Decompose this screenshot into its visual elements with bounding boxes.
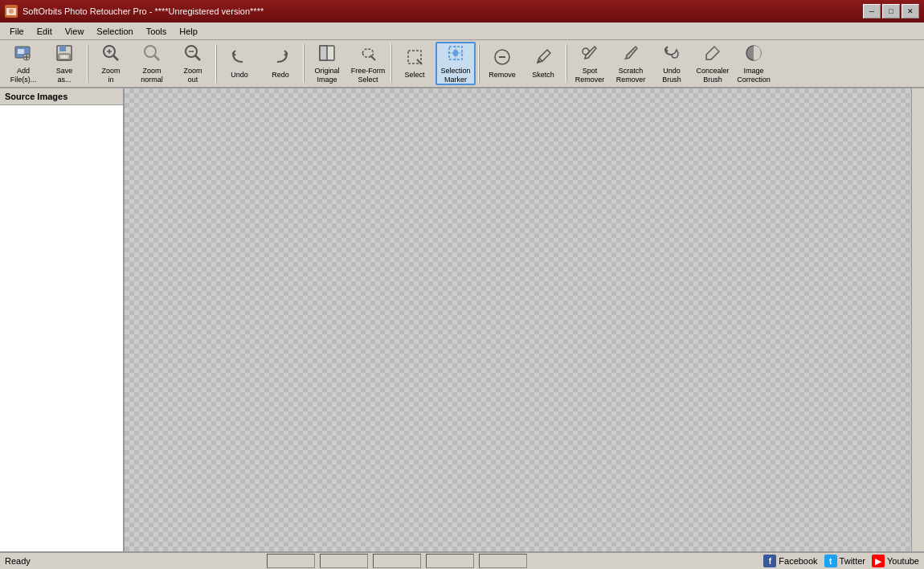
svg-rect-22 <box>320 46 327 60</box>
svg-point-2 <box>9 9 14 14</box>
menu-item-selection[interactable]: Selection <box>90 25 139 38</box>
remove-label: Remove <box>489 71 516 80</box>
tool-btn-scratch-remover[interactable]: Scratch Remover <box>611 42 651 85</box>
zoom-in-icon <box>101 43 121 65</box>
facebook-icon: f <box>763 555 776 567</box>
selection-marker-label: Selection Marker <box>440 67 470 84</box>
scratch-remover-label: Scratch Remover <box>616 67 646 84</box>
canvas-checkerboard <box>125 88 911 551</box>
menu-bar: FileEditViewSelectionToolsHelp <box>0 23 924 40</box>
toolbar-separator-11 <box>478 44 480 83</box>
free-form-select-icon <box>358 43 378 65</box>
status-text: Ready <box>5 556 31 566</box>
menu-item-edit[interactable]: Edit <box>31 25 59 38</box>
svg-line-17 <box>154 55 159 60</box>
status-segment-5 <box>479 554 527 568</box>
canvas-area[interactable] <box>125 88 911 551</box>
maximize-button[interactable]: □ <box>882 4 900 18</box>
zoom-out-icon <box>183 43 202 65</box>
toolbar-separator-7 <box>303 44 305 83</box>
image-correction-label: Image Correction <box>737 67 771 84</box>
save-as-label: Save as... <box>56 67 73 84</box>
concealer-brush-label: Concealer Brush <box>696 67 729 84</box>
redo-icon <box>271 47 290 69</box>
sketch-icon <box>534 47 553 69</box>
tool-btn-save-as[interactable]: Save as... <box>44 42 84 85</box>
select-icon <box>405 47 424 69</box>
toolbar-separator-2 <box>87 44 88 83</box>
original-image-label: Original Image <box>314 67 339 84</box>
image-correction-icon <box>744 43 763 65</box>
scratch-remover-icon <box>621 43 640 65</box>
menu-item-view[interactable]: View <box>59 25 91 38</box>
status-segment-1 <box>267 554 315 568</box>
menu-item-tools[interactable]: Tools <box>140 25 174 38</box>
tool-btn-spot-remover[interactable]: Spot Remover <box>570 42 610 85</box>
toolbar-separator-13 <box>566 44 567 83</box>
tool-btn-select[interactable]: Select <box>395 42 435 85</box>
sidebar: Source Images <box>0 88 125 551</box>
select-label: Select <box>404 71 424 80</box>
twitter-icon: t <box>824 555 837 567</box>
svg-rect-9 <box>59 46 66 51</box>
svg-rect-11 <box>61 55 67 59</box>
tool-btn-zoom-normal[interactable]: Zoom normal <box>132 42 172 85</box>
tool-btn-zoom-out[interactable]: Zoom out <box>173 42 213 85</box>
youtube-label: Youtube <box>887 556 919 566</box>
concealer-brush-icon <box>703 43 722 65</box>
app-icon <box>5 5 18 18</box>
sidebar-header: Source Images <box>0 88 123 105</box>
youtube-icon: ▶ <box>872 555 885 567</box>
tool-btn-zoom-in[interactable]: Zoom in <box>91 42 131 85</box>
undo-icon <box>230 47 249 69</box>
spot-remover-icon <box>580 43 599 65</box>
status-segment-4 <box>426 554 474 568</box>
window-controls: ─ □ ✕ <box>863 4 919 18</box>
selection-marker-icon <box>446 43 465 65</box>
zoom-out-label: Zoom out <box>183 67 202 84</box>
add-files-label: Add File(s)... <box>10 67 37 84</box>
tool-btn-sketch[interactable]: Sketch <box>523 42 563 85</box>
zoom-in-label: Zoom in <box>101 67 120 84</box>
menu-item-file[interactable]: File <box>3 25 31 38</box>
tool-btn-add-files[interactable]: Add File(s)... <box>3 42 43 85</box>
sketch-label: Sketch <box>532 71 554 80</box>
facebook-link[interactable]: f Facebook <box>763 555 817 567</box>
tool-btn-undo-brush[interactable]: Undo Brush <box>652 42 692 85</box>
zoom-normal-icon <box>142 43 161 65</box>
tool-btn-original-image[interactable]: Original Image <box>307 42 347 85</box>
right-scrollbar[interactable] <box>911 88 924 551</box>
undo-brush-icon <box>662 43 681 65</box>
add-files-icon <box>14 43 33 65</box>
status-bar: Ready f Facebook t Twitter ▶ Youtube <box>0 551 924 569</box>
status-right: f Facebook t Twitter ▶ Youtube <box>763 555 919 567</box>
tool-btn-redo[interactable]: Redo <box>260 42 301 85</box>
svg-line-19 <box>195 55 200 60</box>
tool-btn-selection-marker[interactable]: Selection Marker <box>435 42 476 85</box>
undo-label: Undo <box>231 71 248 80</box>
close-button[interactable]: ✕ <box>902 4 919 18</box>
tool-btn-concealer-brush[interactable]: Concealer Brush <box>693 42 733 85</box>
status-segment-2 <box>320 554 368 568</box>
toolbar-separator-9 <box>390 44 392 83</box>
toolbar: Add File(s)...Save as...Zoom inZoom norm… <box>0 40 924 88</box>
toolbar-separator-5 <box>215 44 217 83</box>
spot-remover-label: Spot Remover <box>575 67 605 84</box>
tool-btn-free-form-select[interactable]: Free-Form Select <box>348 42 388 85</box>
undo-brush-label: Undo Brush <box>662 67 681 84</box>
main-area: Source Images <box>0 88 924 551</box>
menu-item-help[interactable]: Help <box>173 25 204 38</box>
youtube-link[interactable]: ▶ Youtube <box>872 555 919 567</box>
tool-btn-remove[interactable]: Remove <box>482 42 522 85</box>
original-image-icon <box>317 43 337 65</box>
redo-label: Redo <box>272 71 289 80</box>
twitter-link[interactable]: t Twitter <box>824 555 865 567</box>
save-as-icon <box>55 43 74 65</box>
facebook-label: Facebook <box>779 556 817 566</box>
minimize-button[interactable]: ─ <box>863 4 881 18</box>
twitter-label: Twitter <box>840 556 865 566</box>
tool-btn-image-correction[interactable]: Image Correction <box>734 42 774 85</box>
svg-line-13 <box>113 55 118 60</box>
tool-btn-undo[interactable]: Undo <box>219 42 260 85</box>
remove-icon <box>493 47 512 69</box>
